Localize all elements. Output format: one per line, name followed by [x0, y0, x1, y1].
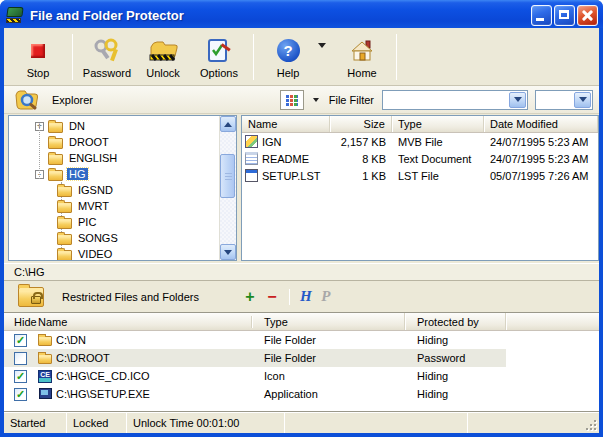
extension-filter-input[interactable]	[536, 94, 573, 106]
view-mode-button[interactable]	[280, 90, 304, 110]
column-header-name[interactable]: Name	[34, 316, 252, 328]
current-path: C:\HG	[14, 266, 45, 278]
tree-item-label[interactable]: IGSND	[76, 184, 115, 196]
item-protected-by: Hiding	[405, 334, 506, 346]
chevron-down-icon	[224, 250, 232, 255]
toolbar-separator	[72, 34, 73, 80]
file-size: 2,157 KB	[330, 136, 392, 148]
hide-checkbox[interactable]	[14, 388, 27, 401]
help-dropdown-arrow-icon[interactable]	[318, 43, 326, 48]
hazard-folder-icon	[147, 35, 179, 67]
password-mode-button[interactable]: P	[316, 288, 336, 305]
tree-item[interactable]: DROOT	[9, 134, 219, 150]
restricted-row[interactable]: C:\HG\SETUP.EXE Application Hiding	[4, 385, 599, 403]
file-row[interactable]: SETUP.LST 1 KB LST File 05/07/1995 7:26 …	[242, 167, 598, 184]
restricted-row[interactable]: C:\HG\CE_CD.ICO Icon Hiding	[4, 367, 599, 385]
toolbar: Stop Password	[4, 28, 599, 86]
column-header-type[interactable]: Type	[252, 313, 405, 330]
home-button[interactable]: Home	[334, 31, 390, 83]
password-button[interactable]: Password	[79, 31, 135, 83]
column-header-hide[interactable]: Hide	[4, 316, 34, 328]
close-button[interactable]	[577, 5, 598, 26]
folder-icon	[48, 154, 63, 165]
view-mode-dropdown-arrow-icon[interactable]	[313, 98, 319, 102]
tree-item-label[interactable]: PIC	[76, 216, 98, 228]
item-path: C:\HG\SETUP.EXE	[56, 388, 150, 400]
column-header-protected-by[interactable]: Protected by	[405, 313, 506, 330]
file-date-modified: 24/07/1995 5:23 AM	[484, 136, 598, 148]
column-header-name[interactable]: Name	[242, 116, 330, 132]
tree-item-label[interactable]: MVRT	[76, 200, 111, 212]
stop-button[interactable]: Stop	[10, 31, 66, 83]
folder-icon	[57, 202, 72, 213]
status-bar: Started Locked Unlock Time 00:01:00	[4, 412, 599, 433]
help-icon: ?	[277, 39, 300, 62]
tree-scrollbar[interactable]	[219, 116, 236, 260]
tree-item-label[interactable]: HG	[67, 168, 88, 180]
file-row[interactable]: IGN 2,157 KB MVB File 24/07/1995 5:23 AM	[242, 133, 598, 150]
tree-item[interactable]: SONGS	[9, 230, 219, 246]
scroll-down-button[interactable]	[220, 244, 236, 260]
file-size: 1 KB	[330, 170, 392, 182]
hide-checkbox[interactable]	[14, 352, 27, 365]
tree-item[interactable]: ENGLISH	[9, 150, 219, 166]
file-name: IGN	[262, 136, 282, 148]
folder-icon	[57, 218, 72, 229]
tree-item[interactable]: IGSND	[9, 182, 219, 198]
item-path: C:\DN	[56, 334, 86, 346]
scroll-up-button[interactable]	[220, 116, 236, 132]
resize-grip[interactable]	[585, 419, 597, 431]
tree-item[interactable]: MVRT	[9, 198, 219, 214]
column-header-type[interactable]: Type	[392, 116, 484, 132]
maximize-button[interactable]	[554, 5, 575, 26]
folder-tree-panel: + DN DROOT ENGLISH -	[8, 115, 237, 261]
tree-item[interactable]: + DN	[9, 118, 219, 134]
item-type-icon	[38, 336, 52, 346]
restricted-table-header: Hide Name Type Protected by	[4, 313, 599, 331]
tree-item-label[interactable]: ENGLISH	[67, 152, 119, 164]
window-title: File and Folder Protector	[30, 8, 529, 23]
folder-icon	[48, 170, 63, 181]
file-filter-dropdown-button[interactable]	[509, 92, 526, 108]
file-filter-combobox[interactable]	[382, 90, 528, 110]
tree-item-label[interactable]: VIDEO	[76, 248, 114, 260]
main-panels: + DN DROOT ENGLISH -	[4, 114, 599, 263]
scrollbar-thumb[interactable]	[220, 154, 235, 198]
extension-filter-combobox[interactable]	[535, 90, 593, 110]
tree-item[interactable]: PIC	[9, 214, 219, 230]
help-label: Help	[277, 67, 300, 79]
file-name: SETUP.LST	[262, 170, 321, 182]
titlebar[interactable]: File and Folder Protector	[0, 0, 603, 28]
hide-checkbox[interactable]	[14, 370, 27, 383]
column-header-size[interactable]: Size	[330, 116, 392, 132]
hide-mode-button[interactable]: H	[296, 288, 316, 305]
scrollbar-track[interactable]	[220, 132, 236, 244]
tree-item[interactable]: VIDEO	[9, 246, 219, 260]
tree-item-label[interactable]: SONGS	[76, 232, 120, 244]
hide-checkbox[interactable]	[14, 334, 27, 347]
remove-item-button[interactable]: −	[261, 288, 283, 306]
extension-filter-dropdown-button[interactable]	[574, 92, 591, 108]
status-locked: Locked	[67, 413, 126, 433]
minimize-button[interactable]	[531, 5, 552, 26]
item-type-icon	[38, 388, 52, 401]
folder-icon	[57, 234, 72, 245]
file-list-body: IGN 2,157 KB MVB File 24/07/1995 5:23 AM…	[242, 133, 598, 184]
folder-tree[interactable]: + DN DROOT ENGLISH -	[9, 116, 219, 260]
unlock-button[interactable]: Unlock	[135, 31, 191, 83]
options-button[interactable]: Options	[191, 31, 247, 83]
help-button[interactable]: ? Help	[260, 31, 316, 83]
restricted-row[interactable]: C:\DN File Folder Hiding	[4, 331, 599, 349]
tree-item-label[interactable]: DROOT	[67, 136, 111, 148]
tree-item[interactable]: - HG	[9, 166, 219, 182]
explorer-label: Explorer	[52, 94, 280, 106]
restricted-row[interactable]: C:\DROOT File Folder Password	[4, 349, 599, 367]
current-path-bar: C:\HG	[4, 263, 599, 281]
stop-label: Stop	[27, 67, 50, 79]
add-item-button[interactable]: +	[239, 288, 261, 306]
stop-icon	[31, 44, 45, 58]
file-filter-input[interactable]	[383, 94, 508, 106]
column-header-date-modified[interactable]: Date Modified	[484, 116, 598, 132]
tree-item-label[interactable]: DN	[67, 120, 87, 132]
file-row[interactable]: README 8 KB Text Document 24/07/1995 5:2…	[242, 150, 598, 167]
